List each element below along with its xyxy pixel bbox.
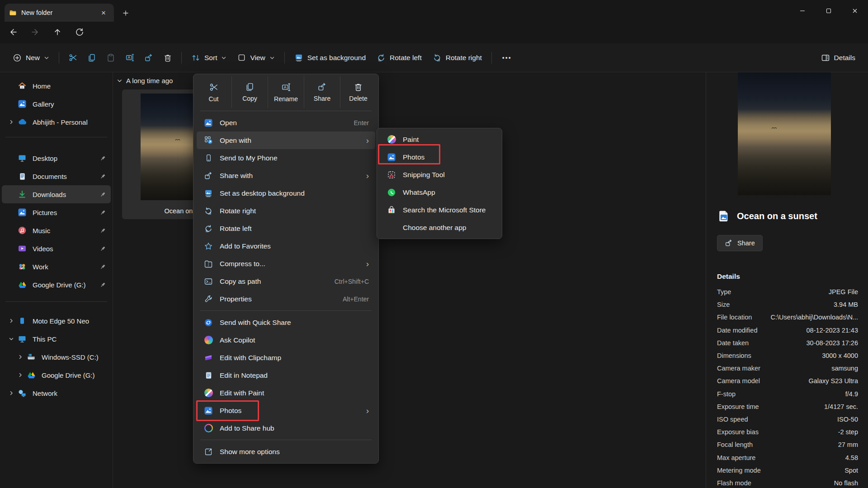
menu-item-send-to-my-phone[interactable]: Send to My Phone	[197, 149, 375, 167]
detail-row: Metering modeSpot	[717, 464, 858, 477]
chevron-right-icon[interactable]	[5, 390, 17, 396]
submenu-item-search-microsoft-store[interactable]: Search the Microsoft Store	[380, 201, 499, 219]
sidebar-item-documents[interactable]: Documents	[2, 167, 111, 185]
sort-button-label: Sort	[204, 54, 217, 62]
clipchamp-icon	[203, 353, 214, 363]
sidebar-item-onedrive[interactable]: Abhijith - Personal	[2, 113, 111, 131]
rotate-left-button[interactable]: Rotate left	[371, 49, 427, 67]
tab-close-icon[interactable]: ×	[98, 7, 109, 19]
tab-title: New folder	[21, 9, 93, 16]
sidebar-item-pictures[interactable]: Pictures	[2, 203, 111, 221]
up-button[interactable]	[49, 23, 66, 40]
maximize-button[interactable]	[816, 0, 842, 22]
navigation-pane: Home Gallery Abhijith - Personal Desktop…	[0, 72, 113, 488]
share-button[interactable]	[139, 49, 158, 67]
menu-item-properties[interactable]: Properties Alt+Enter	[197, 290, 375, 308]
chevron-down-icon[interactable]	[5, 336, 17, 342]
sidebar-item-label: Pictures	[33, 209, 57, 216]
delete-button[interactable]	[158, 49, 177, 67]
delete-menu-button[interactable]: Delete	[340, 76, 376, 108]
details-heading: Details	[717, 272, 740, 281]
menu-item-open-with[interactable]: Open with ›	[197, 131, 375, 149]
back-button[interactable]	[5, 23, 21, 40]
details-file-name: Ocean on a sunset	[737, 211, 817, 221]
menu-item-edit-with-paint[interactable]: Edit with Paint	[197, 384, 375, 402]
open-with-submenu: Paint Photos Snipping Tool WhatsApp Sear…	[377, 128, 502, 239]
videos-icon	[17, 244, 27, 253]
sidebar-item-gallery[interactable]: Gallery	[2, 95, 111, 113]
pane-share-button[interactable]: Share	[717, 235, 763, 251]
rename-button[interactable]: A	[120, 49, 139, 67]
menu-item-set-as-desktop-background[interactable]: Set as desktop background	[197, 184, 375, 202]
menu-item-edit-with-clipchamp[interactable]: Edit with Clipchamp	[197, 349, 375, 366]
chevron-right-icon[interactable]	[14, 372, 26, 378]
menu-item-open[interactable]: Open Enter	[197, 114, 375, 131]
view-button[interactable]: View	[232, 49, 280, 67]
new-tab-button[interactable]	[119, 7, 132, 19]
menu-item-compress-to[interactable]: Compress to... ›	[197, 255, 375, 272]
quick-share-icon	[203, 318, 214, 328]
sidebar-item-desktop[interactable]: Desktop	[2, 149, 111, 167]
cut-menu-button[interactable]: Cut	[196, 76, 231, 108]
detail-row: Exposure time1/4127 sec.	[717, 400, 858, 413]
copy-menu-button[interactable]: Copy	[231, 76, 268, 108]
menu-item-share-with[interactable]: Share with ›	[197, 167, 375, 184]
menu-item-ask-copilot[interactable]: Ask Copilot	[197, 331, 375, 349]
menu-item-copy-as-path[interactable]: Copy as path Ctrl+Shift+C	[197, 272, 375, 290]
chevron-right-icon[interactable]	[14, 354, 26, 360]
sidebar-item-this-pc[interactable]: This PC	[2, 330, 111, 348]
see-more-button[interactable]: •••	[496, 49, 518, 67]
sidebar-item-home[interactable]: Home	[2, 77, 111, 95]
menu-item-rotate-right[interactable]: Rotate right	[197, 202, 375, 220]
menu-item-label: Choose another app	[403, 224, 466, 232]
sidebar-item-google-drive[interactable]: Google Drive (G:)	[2, 276, 111, 294]
chevron-right-icon[interactable]	[5, 119, 17, 125]
open-with-icon	[203, 136, 214, 145]
explorer-tab[interactable]: New folder ×	[5, 4, 114, 22]
menu-item-show-more-options[interactable]: Show more options	[197, 443, 375, 460]
paste-button[interactable]	[101, 49, 120, 67]
copy-button[interactable]	[82, 49, 101, 67]
rename-menu-button[interactable]: A Rename	[268, 76, 304, 108]
cut-button[interactable]	[63, 49, 82, 67]
menu-item-send-with-quick-share[interactable]: Send with Quick Share	[197, 314, 375, 331]
show-more-options-icon	[203, 447, 214, 457]
sort-button[interactable]: Sort	[186, 49, 232, 67]
menu-item-photos[interactable]: Photos ›	[197, 402, 375, 419]
sidebar-item-network[interactable]: Network	[2, 384, 111, 402]
menu-item-add-to-favorites[interactable]: Add to Favorites	[197, 237, 375, 255]
new-button[interactable]: New	[7, 49, 55, 67]
paint-icon	[386, 135, 397, 145]
rotate-right-button[interactable]: Rotate right	[427, 49, 487, 67]
chevron-right-icon[interactable]	[5, 318, 17, 324]
sidebar-item-downloads[interactable]: Downloads	[2, 185, 111, 203]
refresh-button[interactable]	[71, 23, 88, 40]
menu-item-label: Edit with Clipchamp	[220, 354, 281, 362]
sidebar-item-music[interactable]: Music	[2, 221, 111, 239]
sidebar-item-moto-edge[interactable]: Moto Edge 50 Neo	[2, 312, 111, 330]
forward-button[interactable]	[27, 23, 43, 40]
submenu-item-photos[interactable]: Photos	[380, 148, 499, 166]
group-header[interactable]: A long time ago	[117, 77, 173, 84]
close-window-button[interactable]	[842, 0, 868, 22]
submenu-item-choose-another-app[interactable]: Choose another app	[380, 219, 499, 236]
sidebar-item-work[interactable]: Work	[2, 258, 111, 276]
sidebar-item-google-drive-g[interactable]: Google Drive (G:)	[2, 366, 111, 384]
submenu-item-paint[interactable]: Paint	[380, 131, 499, 148]
menu-item-add-to-share-hub[interactable]: Add to Share hub	[197, 419, 375, 437]
google-drive-icon	[26, 370, 36, 380]
menu-separator	[200, 440, 372, 440]
sidebar-item-videos[interactable]: Videos	[2, 239, 111, 258]
share-menu-button[interactable]: Share	[304, 76, 340, 108]
minimize-button[interactable]	[789, 0, 816, 22]
pin-icon	[99, 209, 106, 216]
sidebar-item-windows-ssd[interactable]: Windows-SSD (C:)	[2, 348, 111, 366]
submenu-item-snipping-tool[interactable]: Snipping Tool	[380, 166, 499, 183]
details-pane-toggle[interactable]: Details	[816, 49, 861, 67]
submenu-item-whatsapp[interactable]: WhatsApp	[380, 183, 499, 201]
menu-item-label: Send to My Phone	[220, 154, 278, 162]
whatsapp-icon	[386, 188, 397, 197]
menu-item-rotate-left[interactable]: Rotate left	[197, 220, 375, 237]
menu-item-edit-in-notepad[interactable]: Edit in Notepad	[197, 366, 375, 384]
set-as-background-button[interactable]: Set as background	[289, 49, 371, 67]
